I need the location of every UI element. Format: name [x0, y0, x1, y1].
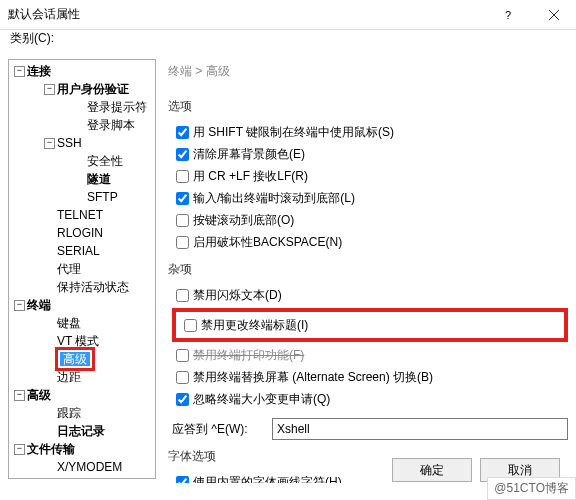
- chk-crlf[interactable]: [176, 170, 189, 183]
- chk-shift-mouse[interactable]: [176, 126, 189, 139]
- tree-logging[interactable]: 日志记录: [41, 422, 153, 440]
- answerback-input[interactable]: [272, 418, 568, 440]
- ok-button[interactable]: 确定: [392, 458, 472, 482]
- chk-disable-print[interactable]: [176, 349, 189, 362]
- content-pane: 终端 > 高级 选项 用 SHIFT 键限制在终端中使用鼠标(S) 清除屏幕背景…: [156, 59, 568, 483]
- titlebar: 默认会话属性 ?: [0, 0, 576, 30]
- tree-margin[interactable]: 边距: [41, 368, 153, 386]
- chk-backspace[interactable]: [176, 236, 189, 249]
- category-label: 类别(C):: [0, 30, 576, 51]
- chk-scroll-output[interactable]: [176, 192, 189, 205]
- breadcrumb: 终端 > 高级: [168, 59, 568, 90]
- tree-advanced[interactable]: 高级 跟踪 日志记录: [11, 386, 153, 440]
- chk-clear-bg[interactable]: [176, 148, 189, 161]
- chk-disable-title[interactable]: [184, 319, 197, 332]
- chk-disable-blink[interactable]: [176, 289, 189, 302]
- window-title: 默认会话属性: [8, 6, 80, 23]
- tree-connection[interactable]: 连接 用户身份验证 登录提示符 登录脚本 SSH 安全性 隧道 SFTP: [11, 62, 153, 296]
- svg-text:?: ?: [505, 10, 511, 20]
- chk-scroll-key[interactable]: [176, 214, 189, 227]
- tree-proxy[interactable]: 代理: [41, 260, 153, 278]
- chk-ignore-resize[interactable]: [176, 393, 189, 406]
- tree-serial[interactable]: SERIAL: [41, 242, 153, 260]
- tree-filetransfer[interactable]: 文件传输 X/YMODEM ZMODEM: [11, 440, 153, 479]
- tree-xymodem[interactable]: X/YMODEM: [41, 458, 153, 476]
- tree-keyboard[interactable]: 键盘: [41, 314, 153, 332]
- tree-ssh-sftp[interactable]: SFTP: [71, 188, 153, 206]
- tree-terminal-advanced[interactable]: 高级: [41, 350, 153, 368]
- tree-keepalive[interactable]: 保持活动状态: [41, 278, 153, 296]
- chk-builtin-linechar[interactable]: [176, 476, 189, 483]
- tree-terminal[interactable]: 终端 键盘 VT 模式 高级 边距: [11, 296, 153, 386]
- tree-ssh-tunnel[interactable]: 隧道: [71, 170, 153, 188]
- close-button[interactable]: [531, 0, 576, 29]
- tree-ssh[interactable]: SSH 安全性 隧道 SFTP: [41, 134, 153, 206]
- chk-disable-altscreen[interactable]: [176, 371, 189, 384]
- tree-trace[interactable]: 跟踪: [41, 404, 153, 422]
- tree-telnet[interactable]: TELNET: [41, 206, 153, 224]
- category-tree[interactable]: 连接 用户身份验证 登录提示符 登录脚本 SSH 安全性 隧道 SFTP: [8, 59, 156, 479]
- tree-ssh-security[interactable]: 安全性: [71, 152, 153, 170]
- tree-auth[interactable]: 用户身份验证 登录提示符 登录脚本: [41, 80, 153, 134]
- watermark: @51CTO博客: [487, 477, 576, 500]
- tree-zmodem[interactable]: ZMODEM: [41, 476, 153, 479]
- section-options: 选项: [168, 98, 568, 115]
- section-misc: 杂项: [168, 261, 568, 278]
- tree-login-script[interactable]: 登录脚本: [71, 116, 153, 134]
- tree-rlogin[interactable]: RLOGIN: [41, 224, 153, 242]
- answerback-label: 应答到 ^E(W):: [172, 421, 272, 438]
- help-button[interactable]: ?: [486, 0, 531, 29]
- tree-login-prompt[interactable]: 登录提示符: [71, 98, 153, 116]
